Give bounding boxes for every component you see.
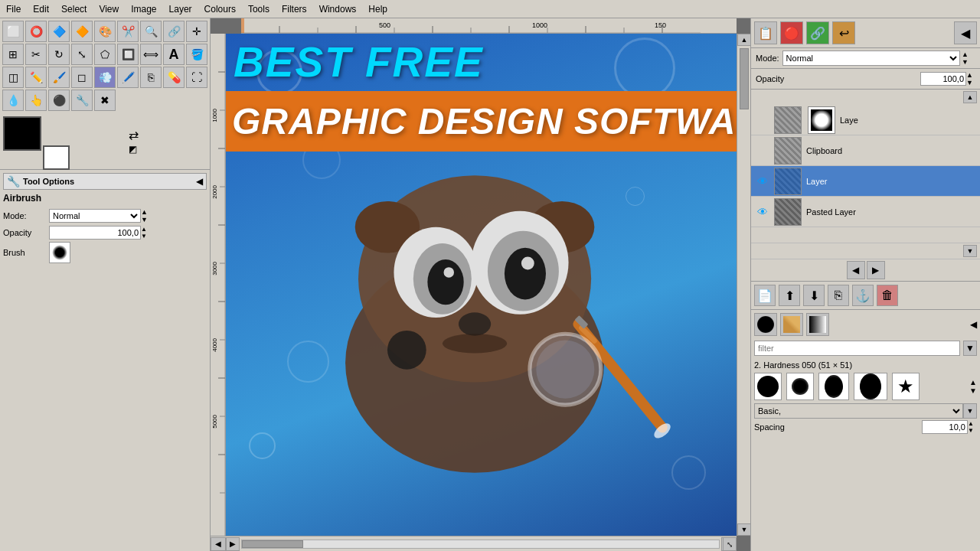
tool-paintbrush[interactable]: 🖌️ xyxy=(48,67,70,88)
brush-pattern-btn[interactable] xyxy=(780,313,803,336)
undo-icon-btn[interactable]: ↩ xyxy=(832,21,855,44)
lower-layer-btn[interactable]: ⬇ xyxy=(803,285,825,306)
anchor-layer-btn[interactable]: ⚓ xyxy=(852,285,874,306)
tool-clone[interactable]: ⎘ xyxy=(140,67,162,88)
layers-nav-right[interactable]: ▶ xyxy=(867,261,885,279)
tool-airbrush[interactable]: 💨 xyxy=(94,67,116,88)
duplicate-layer-btn[interactable]: ⎘ xyxy=(828,285,849,306)
reset-colors-icon[interactable]: ◩ xyxy=(129,144,139,155)
raise-layer-btn[interactable]: ⬆ xyxy=(779,285,800,306)
brush-filter-dropdown[interactable]: ▼ xyxy=(963,341,977,356)
canvas-content[interactable]: BEST FREE GRAPHIC DESIGN SOFTWARE xyxy=(226,34,737,536)
mode-select[interactable]: Normal Multiply Screen xyxy=(49,209,141,223)
menu-file[interactable]: File xyxy=(0,2,27,16)
menu-tools[interactable]: Tools xyxy=(242,2,276,16)
vscroll-up-arrow[interactable]: ▲ xyxy=(737,34,750,46)
tool-blend[interactable]: ◫ xyxy=(2,67,24,88)
vscroll-thumb[interactable] xyxy=(740,48,749,109)
layers-nav-left[interactable]: ◀ xyxy=(847,261,865,279)
tool-blur-sharpen[interactable]: 💧 xyxy=(2,90,24,111)
tool-rect-select[interactable]: ⬜ xyxy=(2,21,24,42)
mode-up-arrow[interactable]: ▲ xyxy=(962,51,975,58)
brush-filter-input[interactable] xyxy=(754,341,960,356)
spacing-value-box[interactable]: 10,0 xyxy=(922,420,968,434)
channels-icon-btn[interactable]: 🔴 xyxy=(780,21,803,44)
opacity-down-arrow[interactable]: ▼ xyxy=(966,79,975,86)
brush-black-btn[interactable] xyxy=(754,313,777,336)
canvas-resize-btn[interactable]: ⤡ xyxy=(723,537,737,551)
layer-item-laye[interactable]: 👁 Laye xyxy=(751,105,980,135)
brush-preview-2[interactable] xyxy=(786,373,814,400)
menu-select[interactable]: Select xyxy=(55,2,93,16)
tool-perspective-clone[interactable]: ⛶ xyxy=(186,67,207,88)
tool-move[interactable]: ✛ xyxy=(186,21,207,42)
tool-paths[interactable]: 🔗 xyxy=(163,21,185,42)
tool-options-collapse[interactable]: ◀ xyxy=(196,176,203,187)
spacing-down-arrow[interactable]: ▼ xyxy=(968,427,977,434)
tool-extra1[interactable]: 🔧 xyxy=(71,90,93,111)
tool-shear[interactable]: ⬠ xyxy=(94,44,116,65)
menu-filters[interactable]: Filters xyxy=(276,2,313,16)
opacity-up[interactable]: ▲ xyxy=(141,226,150,233)
tool-rotate[interactable]: ↻ xyxy=(48,44,70,65)
hscroll-thumb[interactable] xyxy=(242,540,303,548)
layer-eye-clipboard[interactable]: 👁 xyxy=(754,142,771,159)
foreground-color[interactable] xyxy=(3,116,41,151)
brushes-collapse-btn[interactable]: ◀ xyxy=(970,319,977,330)
menu-view[interactable]: View xyxy=(93,2,125,16)
tool-foreground-select[interactable]: 🔍 xyxy=(140,21,162,42)
brushes-scroll-down[interactable]: ▼ xyxy=(969,386,977,395)
tool-perspective[interactable]: 🔲 xyxy=(117,44,139,65)
layer-item-pasted[interactable]: 👁 Pasted Layer xyxy=(751,197,980,227)
brush-preview-3[interactable] xyxy=(818,373,849,400)
swap-colors-icon[interactable]: ⇄ xyxy=(129,128,139,142)
layers-list[interactable]: 👁 Laye 👁 Clipboard 👁 Layer xyxy=(751,105,980,243)
brush-preview-1[interactable] xyxy=(754,373,782,400)
tool-heal[interactable]: 💊 xyxy=(163,67,185,88)
tool-crop[interactable]: ✂ xyxy=(25,44,47,65)
tool-dodge-burn[interactable]: ⚫ xyxy=(48,90,70,111)
menu-image[interactable]: Image xyxy=(125,2,162,16)
new-layer-btn[interactable]: 📄 xyxy=(754,285,776,306)
basic-select[interactable]: Basic, xyxy=(754,403,963,419)
brush-preview-4[interactable] xyxy=(854,373,887,400)
background-color[interactable] xyxy=(43,145,70,170)
canvas-prev-btn[interactable]: ◀ xyxy=(211,537,226,551)
opacity-down[interactable]: ▼ xyxy=(141,233,150,240)
tool-eraser[interactable]: ◻ xyxy=(71,67,93,88)
layer-opacity-value[interactable]: 100,0 xyxy=(920,72,966,86)
menu-edit[interactable]: Edit xyxy=(27,2,55,16)
basic-dropdown-arrow[interactable]: ▼ xyxy=(963,403,977,419)
tool-select-color[interactable]: 🎨 xyxy=(94,21,116,42)
tool-extra2[interactable]: ✖ xyxy=(94,90,116,111)
layers-down-arrow[interactable]: ▼ xyxy=(963,245,977,257)
menu-windows[interactable]: Windows xyxy=(313,2,363,16)
opacity-value-box[interactable]: 100,0 xyxy=(49,226,141,240)
vscroll-down-arrow[interactable]: ▼ xyxy=(737,523,750,536)
tool-ellipse-select[interactable]: ⭕ xyxy=(25,21,47,42)
brush-preview-star[interactable]: ★ xyxy=(892,373,920,400)
tool-flip[interactable]: ⟺ xyxy=(140,44,162,65)
layer-eye-laye[interactable]: 👁 xyxy=(754,112,771,129)
hscrollbar-track[interactable] xyxy=(241,540,720,549)
brush-gradient-btn[interactable] xyxy=(806,313,829,336)
layers-up-arrow[interactable]: ▲ xyxy=(963,91,977,103)
tool-align[interactable]: ⊞ xyxy=(2,44,24,65)
mode-down-arrow[interactable]: ▼ xyxy=(962,58,975,66)
layer-mode-select[interactable]: Normal Multiply Screen xyxy=(782,51,960,66)
layers-icon-btn[interactable]: 📋 xyxy=(754,21,777,44)
layer-eye-pasted[interactable]: 👁 xyxy=(754,204,771,220)
menu-layer[interactable]: Layer xyxy=(163,2,198,16)
tool-ink[interactable]: 🖊️ xyxy=(117,67,139,88)
tool-text[interactable]: A xyxy=(163,44,185,65)
paths-icon-btn[interactable]: 🔗 xyxy=(806,21,829,44)
tool-smudge[interactable]: 👆 xyxy=(25,90,47,111)
tool-scissors[interactable]: ✂️ xyxy=(117,21,139,42)
layer-item-layer[interactable]: 👁 Layer xyxy=(751,166,980,197)
tool-free-select[interactable]: 🔷 xyxy=(48,21,70,42)
brushes-scroll-up[interactable]: ▲ xyxy=(969,378,977,386)
tool-pencil[interactable]: ✏️ xyxy=(25,67,47,88)
spacing-up-arrow[interactable]: ▲ xyxy=(968,420,977,427)
menu-help[interactable]: Help xyxy=(362,2,394,16)
vertical-scrollbar[interactable]: ▲ ▼ xyxy=(737,34,750,536)
